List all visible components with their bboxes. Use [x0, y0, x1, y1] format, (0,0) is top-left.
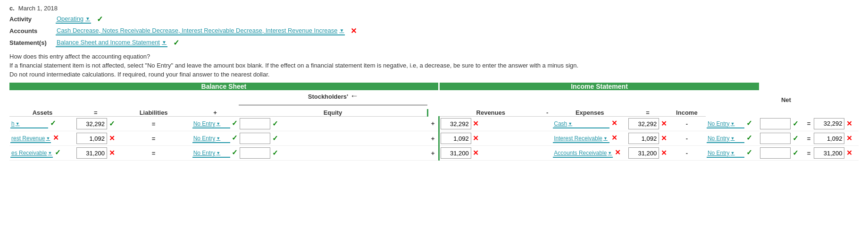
expense-amount-input-0[interactable] — [760, 118, 791, 129]
equity-col-header: Equity — [239, 109, 427, 117]
revenue-amount-input-0[interactable] — [628, 118, 659, 129]
expense-amount-cell: ✓ — [759, 131, 805, 146]
expense-cell: No Entry▼ ✓ — [706, 131, 759, 146]
x-icon[interactable]: ✕ — [109, 134, 115, 142]
net-income-input-1[interactable] — [814, 133, 844, 144]
eq2-cell: = — [805, 117, 813, 131]
liability-dropdown-2[interactable]: No Entry▼ — [192, 149, 230, 158]
equity-amount-input-1[interactable] — [441, 133, 471, 144]
activity-dropdown[interactable]: Operating ▼ — [56, 15, 91, 24]
liability-cell: No Entry▼ ✓ — [192, 117, 239, 131]
liability-dropdown-1[interactable]: No Entry▼ — [192, 135, 230, 143]
revenue-dropdown-1[interactable]: Interest Receivable▼ — [553, 135, 609, 143]
revenue-amount-cell: ✕ — [627, 146, 668, 161]
x-icon[interactable]: ✕ — [473, 149, 479, 157]
equity-amount-input-2[interactable] — [441, 147, 471, 159]
statements-dropdown[interactable]: Balance Sheet and Income Statement ▼ — [56, 38, 167, 47]
minus-col-header: - — [542, 109, 552, 117]
expense-dropdown-1[interactable]: No Entry▼ — [707, 135, 744, 143]
liability-amount-input-0[interactable] — [240, 118, 270, 129]
liability-amount-cell: ✓ — [239, 117, 427, 131]
date-value: March 1, 2018 — [18, 5, 58, 12]
net-income-cell: ✕ — [813, 146, 859, 161]
statements-label: Statement(s) — [9, 39, 52, 46]
expense-amount-input-1[interactable] — [760, 133, 791, 144]
x-icon[interactable]: ✕ — [473, 134, 479, 142]
revenue-x-icon-1[interactable]: ✕ — [611, 134, 618, 142]
check-icon: ✓ — [50, 119, 56, 127]
date-row: c. March 1, 2018 — [9, 5, 859, 12]
check-icon: ✓ — [55, 148, 61, 156]
net-x-icon-1[interactable]: ✕ — [846, 134, 852, 142]
activity-label: Activity — [9, 16, 52, 23]
spacer-right — [427, 90, 759, 109]
liability-amount-input-1[interactable] — [240, 133, 270, 144]
expenses-col-header: Expenses — [552, 109, 627, 117]
liability-dropdown-0[interactable]: No Entry▼ — [192, 120, 230, 128]
revenue-amt-x-icon-0[interactable]: ✕ — [661, 119, 667, 128]
income-col-header: Income — [668, 109, 706, 117]
date-label: c. — [9, 5, 15, 12]
eq2-col-header: = — [627, 109, 668, 117]
asset-amount-input-1[interactable] — [76, 133, 107, 144]
eq-cell: = — [116, 146, 192, 161]
revenue-amt-x-icon-2[interactable]: ✕ — [661, 149, 667, 157]
expense-dropdown-2[interactable]: No Entry▼ — [707, 149, 744, 158]
x-icon[interactable]: ✕ — [473, 119, 479, 128]
revenue-amt-x-icon-1[interactable]: ✕ — [661, 134, 667, 142]
net-x-icon-0[interactable]: ✕ — [846, 119, 852, 127]
asset-dropdown-2[interactable]: es Receivable▼ — [10, 149, 53, 158]
assets-col-header: Assets — [9, 109, 75, 117]
statements-row: Statement(s) Balance Sheet and Income St… — [9, 38, 859, 47]
check-icon: ✓ — [746, 119, 752, 127]
net-x-icon-2[interactable]: ✕ — [846, 149, 852, 157]
eq-col-header: = — [75, 109, 116, 117]
check-icon: ✓ — [746, 134, 752, 142]
revenue-cell: Accounts Receivable▼ ✕ — [552, 146, 627, 161]
spacer-assets — [9, 90, 239, 109]
revenue-amount-cell: ✕ — [627, 131, 668, 146]
instructions-section: How does this entry affect the accountin… — [9, 53, 859, 78]
revenue-amount-input-1[interactable] — [628, 133, 659, 144]
plus-cell: + — [427, 146, 439, 161]
revenue-x-icon-0[interactable]: ✕ — [611, 119, 618, 127]
asset-amount-cell: ✕ — [75, 146, 116, 161]
accounts-x-icon[interactable]: ✕ — [351, 26, 357, 35]
expense-amount-cell: ✓ — [759, 117, 805, 131]
eq2-cell: = — [805, 146, 813, 161]
net-label: Net — [759, 90, 813, 109]
minus-cell: - — [668, 146, 706, 161]
revenue-dropdown-0[interactable]: Cash▼ — [553, 120, 609, 128]
check-icon: ✓ — [232, 148, 238, 156]
instruction-3: Do not round intermediate calculations. … — [9, 71, 859, 78]
statements-value: Balance Sheet and Income Statement — [57, 39, 160, 46]
x-icon[interactable]: ✕ — [53, 134, 59, 142]
asset-amount-input-2[interactable] — [76, 147, 107, 159]
statements-check-icon: ✓ — [173, 38, 179, 47]
eq2-cell: = — [805, 131, 813, 146]
revenue-dropdown-2[interactable]: Accounts Receivable▼ — [553, 149, 613, 158]
x-icon[interactable]: ✕ — [109, 149, 115, 157]
divider-1 — [427, 109, 439, 117]
net-income-cell: ✕ — [813, 117, 859, 131]
liability-amount-input-2[interactable] — [240, 147, 270, 159]
net-income-input-0[interactable] — [814, 118, 844, 129]
equity-amount-input-0[interactable] — [441, 118, 471, 129]
expense-dropdown-0[interactable]: No Entry▼ — [707, 120, 744, 128]
eq-cell: = — [116, 131, 192, 146]
asset-amount-cell: ✕ — [75, 131, 116, 146]
asset-amount-input-0[interactable] — [76, 118, 107, 129]
accounts-dropdown[interactable]: Cash Decrease, Notes Receivable Decrease… — [56, 26, 345, 35]
expense-amount-input-2[interactable] — [760, 147, 791, 159]
revenue-amount-input-2[interactable] — [628, 147, 659, 159]
asset-cell: rest Revenue▼ ✕ — [9, 131, 75, 146]
instruction-2: If a financial statement item is not aff… — [9, 62, 859, 69]
expense-amount-cell: ✓ — [759, 146, 805, 161]
instruction-1: How does this entry affect the accountin… — [9, 53, 859, 60]
asset-dropdown-1[interactable]: rest Revenue▼ — [10, 135, 51, 143]
net-income-input-2[interactable] — [814, 147, 844, 159]
revenue-x-icon-2[interactable]: ✕ — [615, 148, 621, 156]
asset-amount-cell: ✓ — [75, 117, 116, 131]
asset-dropdown-0[interactable]: h▼ — [10, 120, 48, 128]
income-statement-header: Income Statement — [439, 83, 759, 90]
